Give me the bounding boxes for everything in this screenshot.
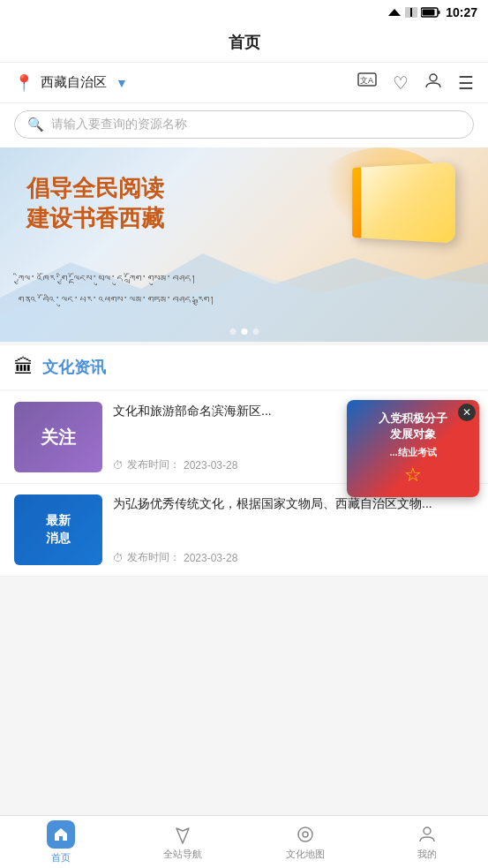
search-icon: 🔍 [27, 117, 44, 132]
news-item-1[interactable]: 关注 文化和旅游部命名滨海新区... ⏱ 发布时间： 2023-03-28 入党… [0, 391, 488, 484]
banner-dots [229, 328, 259, 335]
svg-point-12 [303, 832, 308, 837]
popup-ad-2-close[interactable]: ✕ [458, 404, 476, 421]
news-time-2: ⏱ 发布时间： 2023-03-28 [113, 550, 474, 565]
news-date-label-1: 发布时间： [127, 457, 180, 472]
thumb-guanzhu-label: 关注 [41, 426, 76, 449]
battery-icon [421, 7, 440, 18]
section-header-culture: 🏛 文化资讯 [0, 345, 488, 389]
news-thumb-2: 最新消息 [14, 494, 102, 565]
section-icon: 🏛 [14, 356, 34, 379]
search-bar: 🔍 请输入要查询的资源名称 [0, 103, 488, 147]
header-icons: 文A ♡ ☰ [357, 72, 474, 94]
page-title: 首页 [229, 34, 260, 51]
nav-item-map[interactable]: 文化地图 [244, 816, 366, 868]
location-bar: 📍 西藏自治区 ▼ 文A ♡ ☰ [0, 63, 488, 103]
search-input-wrapper[interactable]: 🔍 请输入要查询的资源名称 [14, 110, 474, 139]
nav-navigation-icon [172, 824, 193, 845]
favorite-icon[interactable]: ♡ [393, 72, 409, 94]
banner-background: 倡导全民阅读 建设书香西藏 ཀྱིལ་འཁོར་གྱི་ལྗོངས་ཡུལ་དུ… [0, 147, 488, 342]
network-icon [405, 7, 417, 18]
dropdown-arrow-icon[interactable]: ▼ [116, 76, 128, 90]
nav-profile-icon [417, 824, 438, 845]
user-icon[interactable] [424, 72, 442, 94]
bottom-nav: 首页 全站导航 文化地图 我的 [0, 815, 488, 868]
page-header: 首页 [0, 25, 488, 63]
nav-map-label: 文化地图 [286, 848, 325, 861]
search-placeholder: 请输入要查询的资源名称 [51, 117, 187, 132]
banner-tibetan-text: ཀྱིལ་འཁོར་གྱི་ལྗོངས་ཡུལ་དུ་ཀློག་གསུམ་བཤད… [18, 269, 312, 311]
status-icons [387, 7, 440, 18]
banner: 倡导全民阅读 建设书香西藏 ཀྱིལ་འཁོར་གྱི་ལྗོངས་ཡུལ་དུ… [0, 147, 488, 342]
svg-point-13 [424, 827, 431, 834]
svg-rect-4 [439, 11, 440, 14]
thumb-zuixin-label: 最新消息 [46, 512, 71, 547]
thumb-zuixin-bg: 最新消息 [14, 494, 102, 565]
location-icon: 📍 [14, 73, 34, 93]
svg-text:文A: 文A [360, 76, 373, 85]
banner-dot-3[interactable] [252, 328, 259, 335]
nav-item-home[interactable]: 首页 [0, 816, 122, 868]
status-time: 10:27 [446, 5, 477, 19]
nav-home-icon [47, 820, 75, 849]
popup-ad-2-emblem: ☆ [404, 464, 422, 487]
news-list: 关注 文化和旅游部命名滨海新区... ⏱ 发布时间： 2023-03-28 入党… [0, 391, 488, 577]
news-item-2[interactable]: 最新消息 为弘扬优秀传统文化，根据国家文物局、西藏自治区文物... ⏱ 发布时间… [0, 484, 488, 577]
news-date-label-2: 发布时间： [127, 550, 180, 565]
clock-icon-1: ⏱ [113, 459, 124, 472]
news-date-1: 2023-03-28 [184, 459, 237, 472]
news-date-2: 2023-03-28 [184, 552, 237, 564]
popup-ad-2-text: 入党积极分子 发展对象 ...结业考试 [379, 411, 447, 460]
nav-item-profile[interactable]: 我的 [366, 816, 488, 868]
svg-marker-0 [388, 9, 401, 16]
banner-zh-text: 倡导全民阅读 建设书香西藏 [26, 174, 164, 234]
nav-map-icon [295, 824, 316, 845]
signal-icon [387, 7, 402, 18]
svg-rect-5 [423, 10, 435, 16]
menu-icon[interactable]: ☰ [458, 72, 474, 94]
svg-point-8 [430, 74, 437, 81]
thumb-guanzhu-bg: 关注 [14, 402, 102, 472]
news-title-2: 为弘扬优秀传统文化，根据国家文物局、西藏自治区文物... [113, 494, 474, 545]
nav-profile-label: 我的 [417, 848, 437, 861]
section-title: 文化资讯 [42, 357, 106, 378]
news-thumb-1: 关注 [14, 402, 102, 472]
svg-point-11 [298, 827, 312, 842]
nav-navigation-label: 全站导航 [163, 848, 202, 861]
banner-book [347, 165, 462, 253]
translate-icon[interactable]: 文A [357, 72, 377, 93]
news-content-2: 为弘扬优秀传统文化，根据国家文物局、西藏自治区文物... ⏱ 发布时间： 202… [113, 494, 474, 565]
nav-home-label: 首页 [51, 851, 71, 864]
banner-dot-1[interactable] [229, 328, 236, 335]
clock-icon-2: ⏱ [113, 552, 124, 564]
popup-ad-2: 入党积极分子 发展对象 ...结业考试 ☆ ✕ [347, 400, 479, 497]
location-text: 西藏自治区 [41, 74, 107, 91]
nav-item-navigation[interactable]: 全站导航 [122, 816, 244, 868]
banner-dot-2[interactable] [241, 328, 247, 335]
status-bar: 10:27 [0, 0, 488, 25]
